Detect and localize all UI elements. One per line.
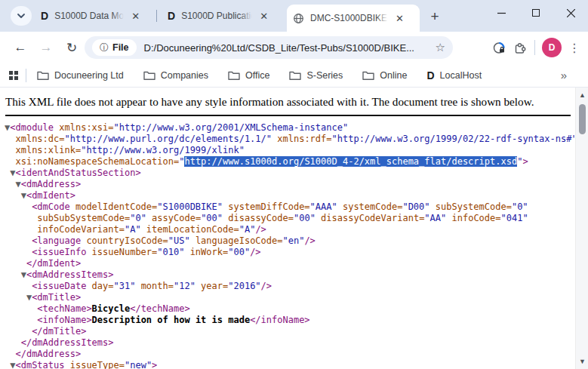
xml-segment	[5, 315, 37, 325]
tab-s1000d-publication[interactable]: D S1000D Publication ✕	[162, 0, 281, 32]
d-favicon-icon: D	[168, 11, 175, 21]
xml-line: xsi:noNamespaceSchemaLocation="http://ww…	[5, 156, 574, 168]
xml-segment: "http://www.w3.org/2001/XMLSchema-instan…	[114, 122, 349, 133]
xml-line: </dmIdent>	[5, 258, 574, 269]
menu-kebab-icon[interactable]: ⋮	[568, 41, 580, 55]
xml-segment: subSystemCode=	[430, 201, 512, 212]
address-bar[interactable]: ⓘ File D:/Docuneering%20Ltd/CSDB_Lite/Te…	[85, 36, 453, 59]
collapse-arrow-icon[interactable]: ▼	[15, 179, 20, 189]
tab-dmc-s1000dbike-active[interactable]: DMC-S1000DBIKE- ✕	[287, 5, 420, 32]
vertical-scrollbar[interactable]: ▲ ▼	[575, 88, 588, 369]
close-window-button[interactable]	[553, 0, 588, 26]
close-tab-icon[interactable]: ✕	[394, 13, 405, 24]
xml-line: <infoName>Description of how it is made<…	[5, 315, 574, 326]
scrollbar-thumb[interactable]	[579, 104, 586, 134]
xml-segment: issueType=	[65, 360, 125, 369]
scroll-up-arrow-icon[interactable]: ▲	[576, 90, 588, 100]
bookmark-star-icon[interactable]: ☆	[436, 41, 445, 54]
maximize-button[interactable]	[519, 0, 553, 26]
xml-line: <techName>Bicycle</techName>	[5, 303, 574, 315]
xml-line: infoCodeVariant="A" itemLocationCode="A"…	[5, 224, 574, 235]
chevron-down-icon	[17, 13, 26, 19]
bookmark-label: Online	[380, 70, 407, 81]
xml-segment: "12"	[174, 281, 195, 291]
bookmark-folder-companies[interactable]: Companies	[143, 70, 208, 81]
xml-segment	[5, 303, 37, 314]
xml-segment: <identAndStatusSection>	[15, 168, 140, 178]
bookmark-label: S-Series	[306, 70, 343, 81]
bookmark-folder-online[interactable]: Online	[362, 70, 407, 81]
apps-grid-icon[interactable]	[8, 69, 20, 81]
xml-segment	[5, 258, 26, 269]
xml-segment: </dmAddress>	[15, 349, 81, 359]
xml-segment: <dmTitle>	[32, 292, 81, 303]
xml-segment: issueNumber=	[86, 247, 157, 257]
tab-s1000d-data-module[interactable]: D S1000D Data Modu ✕	[35, 0, 152, 32]
xml-line: ▼<dmIdent>	[5, 190, 574, 201]
info-icon: ⓘ	[100, 42, 109, 54]
profile-avatar[interactable]: D	[542, 38, 562, 57]
xml-segment: <issueDate	[32, 281, 86, 291]
xml-segment: inWork=	[184, 247, 228, 257]
xml-segment: <dmAddressItems>	[26, 269, 114, 280]
window-controls	[484, 0, 588, 26]
close-tab-icon[interactable]: ✕	[130, 11, 141, 22]
xml-segment: Description of how it is made	[92, 315, 251, 325]
back-button[interactable]: ←	[8, 40, 33, 55]
xml-segment: <issueInfo	[32, 247, 86, 257]
xml-segment: />	[304, 235, 315, 246]
extensions-puzzle-icon[interactable]	[513, 41, 528, 55]
minimize-button[interactable]	[484, 0, 519, 26]
new-tab-button[interactable]: +	[425, 7, 445, 26]
xml-segment: "S1000DBIKE"	[157, 201, 223, 212]
tracking-protection-icon[interactable]	[492, 41, 506, 55]
scroll-down-arrow-icon[interactable]: ▼	[576, 356, 588, 367]
collapse-arrow-icon[interactable]: ▼	[21, 269, 26, 280]
close-tab-icon[interactable]: ✕	[258, 11, 269, 22]
scheme-chip[interactable]: ⓘ File	[92, 39, 137, 56]
xml-segment: "http://www.purl.org/dc/elements/1.1/"	[64, 134, 272, 144]
xml-segment: disassyCodeVariant=	[316, 213, 425, 223]
xml-segment: disassyCode=	[223, 213, 294, 223]
xml-segment: subSubSystemCode=	[37, 213, 130, 223]
xml-segment: "0"	[130, 213, 146, 223]
xml-segment: <dmAddress>	[21, 179, 81, 189]
bookmark-folder-s-series[interactable]: S-Series	[289, 70, 343, 81]
bookmark-folder-office[interactable]: Office	[228, 70, 269, 81]
xml-segment: "http://www.w3.org/1999/02/22-rdf-syntax…	[332, 134, 574, 144]
folder-icon	[362, 70, 374, 81]
bookmark-label: Office	[245, 70, 269, 81]
xml-segment: xsi:noNamespaceSchemaLocation=	[15, 156, 179, 167]
browser-toolbar: ← → ↻ ⓘ File D:/Docuneering%20Ltd/CSDB_L…	[0, 32, 588, 63]
minimize-icon	[497, 9, 506, 17]
toolbar-separator	[534, 40, 535, 55]
xml-segment: <language	[32, 235, 81, 246]
xml-segment: month=	[135, 281, 174, 291]
d-favicon-icon: D	[426, 70, 434, 81]
xml-segment: "AAA"	[310, 201, 337, 212]
xml-segment: itemLocationCode=	[141, 224, 239, 235]
collapse-arrow-icon[interactable]: ▼	[21, 190, 26, 201]
tab-search-button[interactable]	[11, 6, 32, 26]
xml-segment: <infoName>	[37, 315, 91, 325]
xml-segment: "2016"	[228, 281, 260, 291]
bookmarks-overflow-chevron-icon[interactable]: »	[561, 69, 567, 81]
forward-button[interactable]: →	[33, 40, 59, 55]
xml-segment: <dmodule	[10, 122, 54, 133]
bookmark-folder-docuneering[interactable]: Docuneering Ltd	[37, 70, 124, 81]
xml-segment: infoCodeVariant=	[37, 224, 125, 235]
xml-segment	[5, 145, 15, 155]
xml-segment: year=	[195, 281, 228, 291]
tab-separator	[156, 10, 157, 22]
xml-segment: <dmCode	[32, 201, 70, 212]
xml-segment	[5, 337, 21, 348]
xml-segment: "D00"	[402, 201, 429, 212]
xml-line: ▼<dmStatus issueType="new">	[5, 360, 574, 369]
reload-button[interactable]: ↻	[59, 40, 85, 56]
bookmark-localhost[interactable]: D LocalHost	[426, 70, 482, 81]
bookmark-label: LocalHost	[440, 70, 482, 81]
xml-segment: </dmTitle>	[32, 326, 86, 337]
xml-segment: "new"	[125, 360, 152, 369]
xml-segment: "00"	[201, 213, 223, 223]
xml-segment: "http://www.w3.org/1999/xlink"	[81, 145, 245, 155]
